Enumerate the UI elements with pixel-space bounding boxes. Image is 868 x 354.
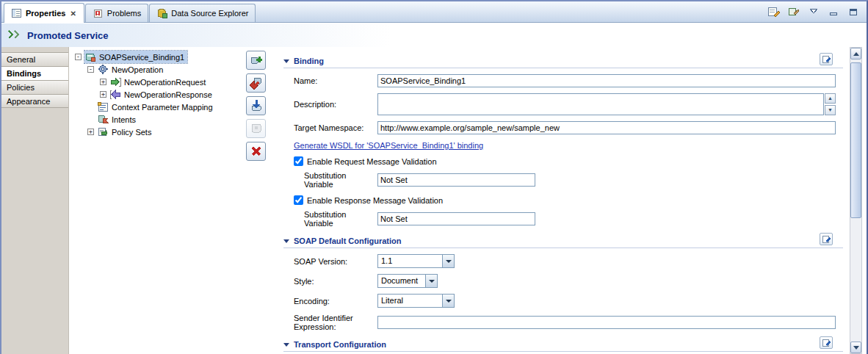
- style-value: Document: [378, 275, 425, 287]
- collapse-section-icon[interactable]: [283, 239, 289, 243]
- policy-sets-icon: [97, 126, 109, 137]
- soap-version-select[interactable]: 1.1: [377, 254, 455, 268]
- substitution-variable-label: Substitution Variable: [304, 171, 377, 189]
- encoding-select[interactable]: Literal: [377, 294, 455, 308]
- section-title: Transport Configuration: [294, 340, 386, 349]
- tree-item-label: Context Parameter Mapping: [112, 103, 213, 112]
- set-default-binding-button[interactable]: [246, 96, 266, 115]
- operation-gear-icon: [97, 64, 109, 75]
- section-menu-icon[interactable]: [820, 53, 833, 65]
- name-input[interactable]: [377, 74, 836, 87]
- section-menu-icon[interactable]: [820, 233, 833, 245]
- scroll-down-icon[interactable]: ▼: [825, 105, 836, 115]
- collapse-section-icon[interactable]: [283, 343, 289, 347]
- sidebar-item-bindings[interactable]: Bindings: [1, 66, 68, 80]
- collapse-section-icon[interactable]: [283, 59, 289, 63]
- tree-item-soapservice-binding1[interactable]: - SOAPService_Binding1: [70, 51, 244, 63]
- binding-icon: [84, 51, 96, 62]
- target-namespace-input[interactable]: [377, 121, 836, 134]
- scroll-up-button[interactable]: [850, 48, 861, 59]
- properties-view-window: Properties ✕ Problems Data Source Explor…: [0, 0, 868, 354]
- page-title: Promoted Service: [27, 30, 109, 41]
- page-header: Promoted Service: [1, 24, 867, 47]
- tree-item-policy-sets[interactable]: + Policy Sets: [70, 126, 244, 138]
- main-area: General Bindings Policies Appearance - S…: [1, 47, 867, 354]
- response-substitution-input[interactable]: [377, 212, 535, 225]
- edit-properties-icon[interactable]: [767, 5, 781, 18]
- scrollbar-thumb[interactable]: [850, 62, 861, 218]
- section-header-binding[interactable]: Binding: [283, 54, 843, 68]
- section-header-soap-default-configuration[interactable]: SOAP Default Configuration: [283, 234, 843, 248]
- delete-binding-button[interactable]: [246, 142, 266, 161]
- sender-identifier-label: Sender Identifier Expression:: [294, 314, 377, 331]
- sidebar-item-policies[interactable]: Policies: [1, 80, 68, 94]
- data-source-explorer-icon: [156, 8, 167, 18]
- generate-wsdl-link[interactable]: Generate WSDL for 'SOAPService_Binding1'…: [294, 141, 483, 150]
- close-icon[interactable]: ✕: [69, 10, 76, 18]
- view-menu-icon[interactable]: [806, 5, 821, 18]
- tree-item-newoperationrequest[interactable]: + NewOperationRequest: [70, 76, 244, 88]
- expand-icon[interactable]: +: [100, 79, 106, 85]
- sender-identifier-input[interactable]: [377, 316, 836, 329]
- encoding-label: Encoding:: [294, 297, 377, 306]
- add-binding-button[interactable]: [246, 51, 266, 70]
- chevron-down-icon[interactable]: [442, 295, 454, 307]
- request-substitution-input[interactable]: [377, 173, 535, 187]
- request-validation-checkbox[interactable]: [294, 156, 303, 166]
- scroll-up-icon[interactable]: ▲: [825, 93, 836, 104]
- tab-label: Data Source Explorer: [171, 9, 248, 18]
- response-validation-label: Enable Response Message Validation: [307, 196, 443, 205]
- tab-problems[interactable]: Problems: [85, 4, 148, 22]
- remove-binding-button[interactable]: [246, 73, 266, 93]
- soap-version-label: SOAP Version:: [294, 257, 377, 266]
- intents-icon: [97, 114, 109, 125]
- tree-item-context-parameter-mapping[interactable]: Context Parameter Mapping: [70, 101, 244, 113]
- promoted-service-icon: [7, 30, 22, 40]
- binding-tree: - SOAPService_Binding1 - NewOperation: [70, 47, 244, 354]
- maximize-view-icon[interactable]: [846, 5, 861, 18]
- response-validation-checkbox[interactable]: [294, 195, 303, 205]
- tree-item-label: NewOperationRequest: [124, 78, 206, 87]
- edit-binding-button: [246, 119, 266, 138]
- sidebar-item-general[interactable]: General: [1, 52, 68, 66]
- style-select[interactable]: Document: [377, 274, 438, 288]
- scroll-down-button[interactable]: [850, 342, 861, 353]
- tree-item-newoperation[interactable]: - NewOperation: [70, 63, 244, 76]
- tree-item-intents[interactable]: Intents: [70, 113, 244, 126]
- tree-item-label: Intents: [112, 115, 136, 124]
- description-input[interactable]: [377, 93, 824, 115]
- problems-icon: [93, 8, 104, 18]
- chevron-down-icon[interactable]: [442, 255, 454, 267]
- tab-label: Problems: [107, 9, 141, 18]
- section-title: Binding: [294, 57, 324, 65]
- tab-label: Properties: [26, 9, 65, 18]
- view-toolbar: [767, 5, 867, 22]
- section-title: SOAP Default Configuration: [294, 236, 401, 245]
- response-message-icon: [109, 89, 121, 100]
- tree-item-label: Policy Sets: [112, 128, 151, 137]
- description-label: Description:: [294, 100, 377, 109]
- expand-icon[interactable]: +: [100, 91, 106, 98]
- section-menu-icon[interactable]: [820, 336, 833, 349]
- chevron-down-icon[interactable]: [425, 275, 437, 287]
- collapse-icon[interactable]: -: [75, 54, 82, 60]
- tree-item-label: SOAPService_Binding1: [99, 53, 184, 62]
- tab-data-source-explorer[interactable]: Data Source Explorer: [149, 4, 256, 22]
- tree-item-label: NewOperationResponse: [124, 90, 212, 99]
- properties-icon: [11, 8, 22, 18]
- context-parameter-mapping-icon: [97, 101, 109, 112]
- binding-form: Binding Name: Description: ▲ ▼: [270, 47, 845, 354]
- collapse-icon[interactable]: -: [87, 66, 94, 73]
- pin-view-icon[interactable]: [786, 5, 801, 18]
- tab-properties[interactable]: Properties ✕: [4, 3, 84, 23]
- sidebar-item-appearance[interactable]: Appearance: [1, 94, 68, 108]
- vertical-scrollbar[interactable]: [850, 47, 862, 354]
- request-validation-label: Enable Request Message Validation: [307, 157, 437, 166]
- description-spinner: ▲ ▼: [825, 93, 836, 115]
- property-sections-sidebar: General Bindings Policies Appearance: [1, 47, 69, 354]
- expand-icon[interactable]: +: [87, 129, 94, 135]
- target-namespace-label: Target Namespace:: [294, 123, 377, 132]
- tree-item-newoperationresponse[interactable]: + NewOperationResponse: [70, 88, 244, 101]
- minimize-view-icon[interactable]: [826, 5, 841, 18]
- section-header-transport-configuration[interactable]: Transport Configuration: [283, 338, 843, 352]
